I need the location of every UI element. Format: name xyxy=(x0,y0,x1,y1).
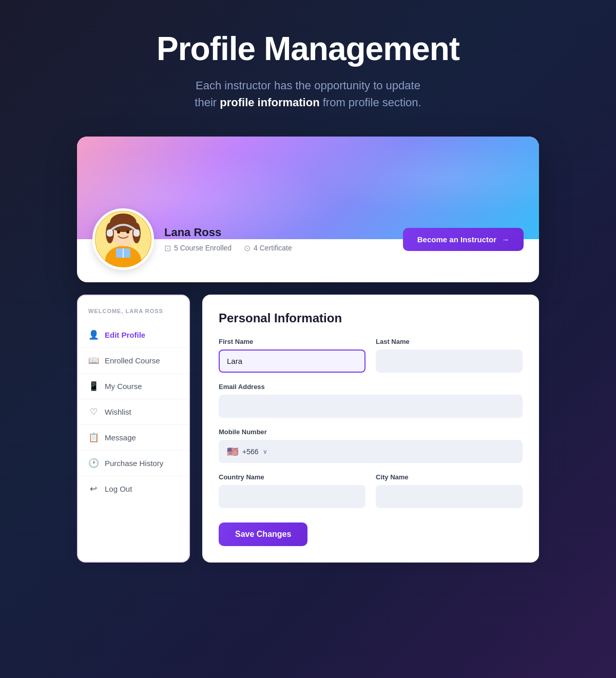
enrolled-course-label: Enrolled Course xyxy=(105,356,160,365)
certificate-stat: ⊙ 4 Certificate xyxy=(244,243,292,253)
courses-enrolled-stat: ⊡ 5 Course Enrolled xyxy=(164,243,232,253)
logout-link[interactable]: ↩ Log Out xyxy=(78,476,189,501)
profile-info-row: Lana Ross ⊡ 5 Course Enrolled ⊙ 4 Certif… xyxy=(77,208,539,282)
message-label: Message xyxy=(105,433,136,442)
certificate-label: 4 Certificate xyxy=(254,244,292,252)
city-input[interactable] xyxy=(376,485,523,508)
page-title: Profile Management xyxy=(157,31,459,67)
user-icon: 👤 xyxy=(88,330,99,340)
courses-icon: ⊡ xyxy=(164,243,171,253)
edit-profile-link[interactable]: 👤 Edit Profile xyxy=(78,322,189,347)
country-group: Country Name xyxy=(219,473,365,508)
become-instructor-button[interactable]: Become an Instructor → xyxy=(403,228,524,251)
mobile-label: Mobile Number xyxy=(219,428,523,436)
sidebar: WELCOME, LARA ROSS 👤 Edit Profile 📖 Enro… xyxy=(77,295,190,563)
page-header: Profile Management Each instructor has t… xyxy=(157,31,459,111)
name-row: First Name Last Name xyxy=(219,338,523,373)
message-link[interactable]: 📋 Message xyxy=(78,425,189,450)
sidebar-item-logout[interactable]: ↩ Log Out xyxy=(78,476,189,501)
form-title: Personal Information xyxy=(219,311,523,325)
save-changes-button[interactable]: Save Changes xyxy=(219,522,307,546)
purchase-history-link[interactable]: 🕐 Purchase History xyxy=(78,451,189,476)
email-group: Email Address xyxy=(219,383,523,418)
last-name-input[interactable] xyxy=(376,350,523,373)
first-name-input[interactable] xyxy=(219,350,365,373)
country-input[interactable] xyxy=(219,485,365,508)
subtitle-end: from profile section. xyxy=(323,96,421,109)
email-label: Email Address xyxy=(219,383,523,391)
svg-rect-7 xyxy=(133,229,140,237)
svg-point-8 xyxy=(117,230,120,234)
profile-stats: ⊡ 5 Course Enrolled ⊙ 4 Certificate xyxy=(164,243,403,253)
first-name-label: First Name xyxy=(219,338,365,345)
sidebar-item-message[interactable]: 📋 Message xyxy=(78,424,189,450)
wishlist-link[interactable]: ♡ Wishlist xyxy=(78,399,189,424)
location-row: Country Name City Name xyxy=(219,473,523,508)
sidebar-item-edit-profile[interactable]: 👤 Edit Profile xyxy=(78,322,189,347)
svg-point-9 xyxy=(126,230,129,234)
phone-chevron-icon[interactable]: ∨ xyxy=(263,448,267,455)
courses-enrolled-label: 5 Course Enrolled xyxy=(174,244,232,252)
avatar xyxy=(92,208,154,270)
phone-code: +566 xyxy=(242,448,259,456)
mobile-input[interactable] xyxy=(272,441,514,462)
last-name-group: Last Name xyxy=(376,338,523,373)
mobile-icon: 📱 xyxy=(88,381,99,392)
certificate-icon: ⊙ xyxy=(244,243,251,253)
book-icon: 📖 xyxy=(88,355,99,366)
sidebar-welcome: WELCOME, LARA ROSS xyxy=(78,308,189,322)
profile-card: Lana Ross ⊡ 5 Course Enrolled ⊙ 4 Certif… xyxy=(77,137,539,282)
svg-point-3 xyxy=(110,214,137,232)
enrolled-course-link[interactable]: 📖 Enrolled Course xyxy=(78,348,189,373)
mobile-group: Mobile Number 🇺🇸 +566 ∨ xyxy=(219,428,523,463)
mobile-row: Mobile Number 🇺🇸 +566 ∨ xyxy=(219,428,523,463)
purchase-history-label: Purchase History xyxy=(105,459,163,468)
page-subtitle: Each instructor has the opportunity to u… xyxy=(157,77,459,111)
profile-name: Lana Ross xyxy=(164,226,403,239)
sidebar-nav: 👤 Edit Profile 📖 Enrolled Course 📱 My Co… xyxy=(78,322,189,501)
country-label: Country Name xyxy=(219,473,365,481)
my-course-link[interactable]: 📱 My Course xyxy=(78,374,189,399)
sidebar-item-purchase-history[interactable]: 🕐 Purchase History xyxy=(78,450,189,476)
wishlist-label: Wishlist xyxy=(105,408,131,416)
svg-rect-6 xyxy=(107,229,113,237)
city-group: City Name xyxy=(376,473,523,508)
profile-text: Lana Ross ⊡ 5 Course Enrolled ⊙ 4 Certif… xyxy=(164,226,403,253)
sidebar-item-enrolled-course[interactable]: 📖 Enrolled Course xyxy=(78,347,189,373)
my-course-label: My Course xyxy=(105,382,142,391)
form-card: Personal Information First Name Last Nam… xyxy=(202,295,539,563)
last-name-label: Last Name xyxy=(376,338,523,345)
become-instructor-label: Become an Instructor xyxy=(417,235,496,244)
email-input[interactable] xyxy=(219,395,523,418)
email-row: Email Address xyxy=(219,383,523,418)
edit-profile-label: Edit Profile xyxy=(105,331,145,339)
bottom-section: WELCOME, LARA ROSS 👤 Edit Profile 📖 Enro… xyxy=(77,295,539,563)
logout-icon: ↩ xyxy=(88,483,99,494)
city-label: City Name xyxy=(376,473,523,481)
message-icon: 📋 xyxy=(88,432,99,443)
phone-wrapper: 🇺🇸 +566 ∨ xyxy=(219,440,523,463)
logout-label: Log Out xyxy=(105,485,132,493)
phone-flag-icon: 🇺🇸 xyxy=(227,446,238,457)
heart-icon: ♡ xyxy=(88,406,99,417)
sidebar-item-my-course[interactable]: 📱 My Course xyxy=(78,373,189,399)
history-icon: 🕐 xyxy=(88,458,99,469)
sidebar-item-wishlist[interactable]: ♡ Wishlist xyxy=(78,399,189,424)
arrow-right-icon: → xyxy=(502,235,509,244)
first-name-group: First Name xyxy=(219,338,365,373)
subtitle-bold: profile information xyxy=(220,96,319,109)
